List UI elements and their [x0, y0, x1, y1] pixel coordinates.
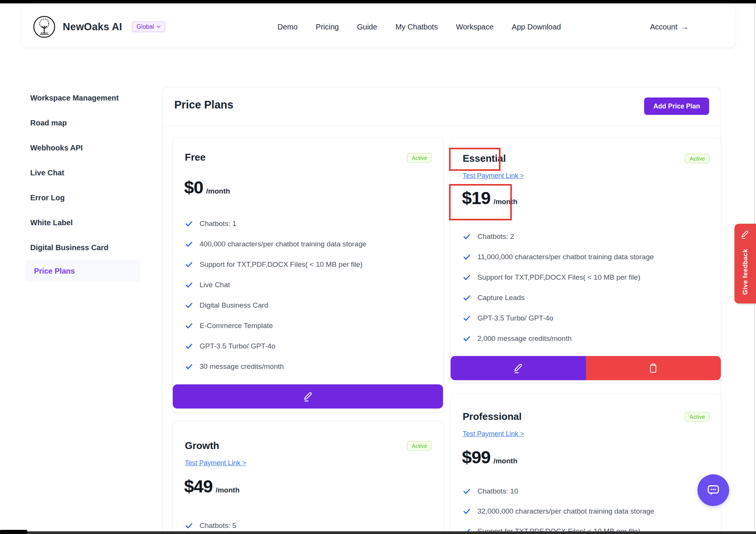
plan-feature: Support for TXT,PDF,DOCX Files( < 10 MB …: [463, 272, 710, 283]
add-price-plan-button[interactable]: Add Price Plan: [644, 98, 709, 115]
plan-period: /month: [493, 457, 517, 468]
plan-feature: 400,000 characters/per chatbot training …: [185, 239, 432, 249]
check-icon: [185, 220, 193, 228]
plan-name: Free: [185, 152, 206, 163]
check-icon: [185, 522, 193, 530]
sidebar-item-price-plans-label: Price Plans: [34, 260, 75, 282]
check-icon: [185, 281, 193, 289]
plan-period: /month: [206, 187, 230, 198]
sidebar-item-error-log[interactable]: Error Log: [30, 193, 65, 202]
price-plans-admin-page: NewOaks AI Global Demo Pricing Guide My …: [0, 0, 756, 534]
sidebar-item-road-map[interactable]: Road map: [30, 119, 67, 127]
check-icon: [463, 314, 471, 322]
check-icon: [463, 273, 471, 282]
chat-bubble-icon: [705, 481, 722, 499]
edit-plan-button[interactable]: [173, 384, 443, 409]
price-plans-panel: Price Plans Add Price Plan Free Active $…: [163, 87, 721, 534]
nav-item-demo[interactable]: Demo: [277, 23, 297, 31]
status-badge: Active: [407, 441, 432, 450]
test-payment-link[interactable]: Test Payment Link >: [463, 172, 524, 180]
check-icon: [185, 301, 193, 310]
plan-feature: Chatbots: 10: [463, 486, 710, 497]
plan-feature: Chatbots: 5: [185, 520, 432, 531]
region-selector-label: Global: [136, 23, 154, 30]
nav-item-pricing[interactable]: Pricing: [316, 23, 339, 31]
sidebar-item-price-plans[interactable]: Price Plans: [25, 260, 141, 282]
plan-name: Growth: [185, 440, 219, 452]
plan-name: Professional: [463, 411, 522, 423]
plan-price: $19: [462, 187, 490, 209]
plan-price: $0: [184, 177, 203, 198]
sidebar-item-workspace-management[interactable]: Workspace Management: [30, 94, 119, 102]
status-badge: Active: [685, 412, 710, 421]
plan-feature: GPT-3.5 Turbo/ GPT-4o: [463, 313, 710, 323]
check-icon: [463, 294, 471, 302]
bottom-frame-bar: [0, 531, 756, 534]
sidebar-item-digital-business-card[interactable]: Digital Business Card: [30, 243, 108, 252]
main-nav: Demo Pricing Guide My Chatbots Workspace…: [277, 6, 561, 48]
bottom-progress-segment: [0, 530, 27, 534]
plan-price: $99: [462, 447, 490, 468]
status-badge: Active: [685, 154, 710, 163]
feature-list: Chatbots: 1 400,000 characters/per chatb…: [185, 218, 432, 372]
feature-list: Chatbots: 2 11,000,000 characters/per ch…: [463, 231, 710, 344]
give-feedback-label: Give feedback: [734, 243, 756, 300]
plan-price: $49: [184, 476, 212, 497]
plan-card-growth: Growth Active Test Payment Link > $49 /m…: [172, 421, 443, 534]
account-menu[interactable]: Account →: [650, 6, 688, 48]
check-icon: [185, 240, 193, 248]
nav-item-guide[interactable]: Guide: [357, 23, 377, 31]
delete-plan-button[interactable]: [586, 356, 721, 380]
check-icon: [463, 334, 471, 343]
plan-feature: 30 message credits/month: [185, 361, 432, 372]
plan-period: /month: [493, 198, 517, 209]
sidebar-item-white-label[interactable]: White Label: [30, 218, 73, 227]
check-icon: [463, 507, 471, 515]
nav-item-workspace[interactable]: Workspace: [456, 23, 494, 31]
feature-list: Chatbots: 10 32,000,000 characters/per c…: [463, 486, 710, 534]
region-selector[interactable]: Global: [132, 22, 165, 32]
plan-feature: Chatbots: 2: [463, 231, 710, 242]
test-payment-link[interactable]: Test Payment Link >: [185, 459, 246, 467]
right-arrow-icon: →: [681, 23, 688, 31]
nav-item-app-download[interactable]: App Download: [512, 23, 561, 31]
plan-feature: Live Chat: [185, 280, 432, 290]
chat-widget-button[interactable]: [697, 474, 729, 506]
sidebar-item-live-chat[interactable]: Live Chat: [30, 169, 64, 177]
plan-feature: E-Commerce Template: [185, 320, 432, 331]
plan-feature: Support for TXT,PDF,DOCX Files( < 10 MB …: [185, 259, 432, 270]
plan-feature: 32,000,000 characters/per chatbot traini…: [463, 506, 710, 517]
page-title: Price Plans: [174, 99, 233, 111]
status-badge: Active: [407, 153, 432, 163]
account-label: Account: [650, 23, 677, 31]
plan-feature: Digital Business Card: [185, 300, 432, 311]
plan-name: Essential: [463, 153, 506, 164]
pencil-icon: [740, 229, 750, 240]
check-icon: [185, 342, 193, 350]
plan-card-professional: Professional Active Test Payment Link > …: [450, 393, 721, 534]
nav-item-my-chatbots[interactable]: My Chatbots: [395, 23, 438, 31]
brand-title: NewOaks AI: [63, 21, 122, 33]
panel-divider: [163, 126, 720, 126]
plan-period: /month: [215, 486, 239, 497]
plan-feature: GPT-3.5 Turbo/ GPT-4o: [185, 341, 432, 351]
plan-feature: 11,000,000 characters/per chatbot traini…: [463, 252, 710, 262]
top-navigation-bar: NewOaks AI Global Demo Pricing Guide My …: [21, 6, 736, 48]
trash-icon: [648, 362, 659, 374]
check-icon: [463, 253, 471, 261]
top-frame-bar: [0, 0, 756, 3]
give-feedback-tab[interactable]: Give feedback: [734, 224, 756, 303]
pencil-icon: [302, 390, 314, 402]
check-icon: [185, 362, 193, 371]
pencil-icon: [512, 362, 524, 374]
check-icon: [463, 232, 471, 241]
test-payment-link[interactable]: Test Payment Link >: [463, 430, 524, 438]
plan-action-buttons: [451, 356, 721, 380]
plan-card-free: Free Active $0 /month Chatbots: 1: [172, 138, 443, 413]
sidebar-item-webhooks-api[interactable]: Webhooks API: [30, 144, 83, 152]
edit-plan-button[interactable]: [451, 356, 586, 380]
newoaks-tree-logo-icon: [33, 15, 56, 39]
plan-feature: 2,000 message credits/month: [463, 333, 710, 344]
check-icon: [463, 487, 471, 495]
plan-card-essential: Essential Active Test Payment Link > $19…: [450, 138, 721, 383]
